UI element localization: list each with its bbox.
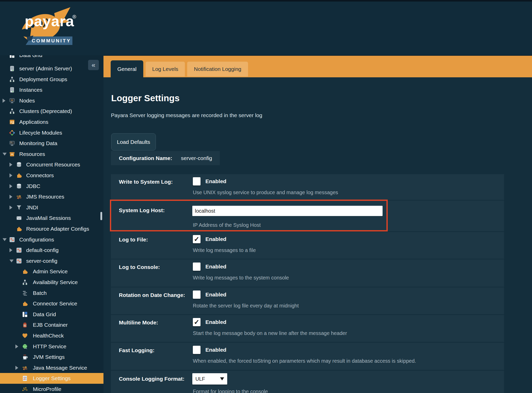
- sidebar-item-resource-adapter-configs[interactable]: Resource Adapter Configs: [0, 223, 103, 234]
- tree-expand-arrow-icon[interactable]: [15, 366, 18, 370]
- enabled-label: Enabled: [205, 178, 226, 184]
- sidebar-item-http-service[interactable]: HTTP Service: [0, 341, 103, 352]
- sidebar-item-lifecycle-modules[interactable]: Lifecycle Modules: [0, 127, 103, 138]
- tree-collapse-arrow-icon[interactable]: [3, 238, 7, 241]
- cluster-icon: [22, 279, 28, 285]
- console-logging-format-select[interactable]: ULF: [192, 373, 227, 385]
- enabled-label: Enabled: [205, 292, 226, 298]
- enabled-label: Enabled: [205, 236, 226, 242]
- checkbox-group: ✓Enabled: [193, 318, 226, 326]
- sidebar-item-jms-resources[interactable]: JMS Resources: [0, 191, 103, 202]
- sidebar-item-label: default-config: [26, 247, 59, 253]
- sidebar-item-label: Deployment Groups: [19, 76, 67, 82]
- sidebar-item-healthcheck[interactable]: HealthCheck: [0, 330, 103, 341]
- checkbox-unchecked[interactable]: [193, 346, 201, 354]
- sidebar-item-configurations[interactable]: Configurations: [0, 234, 103, 245]
- sidebar-scrollbar-thumb[interactable]: [100, 212, 102, 220]
- apps-icon: [9, 119, 15, 125]
- sidebar-item-server-config[interactable]: server-config: [0, 256, 103, 266]
- sidebar-item-admin-service[interactable]: Admin Service: [0, 266, 103, 277]
- sidebar-item-label: Clusters (Deprecated): [19, 108, 72, 114]
- puzzle-icon: [22, 268, 28, 275]
- sidebar-item-batch[interactable]: Batch: [0, 288, 103, 298]
- tree-expand-arrow-icon[interactable]: [10, 195, 12, 199]
- sidebar-item-data-grid[interactable]: Data Grid: [0, 55, 103, 61]
- tab-log-levels[interactable]: Log Levels: [146, 62, 185, 77]
- sidebar-item-ejb-container[interactable]: JAREJB Container: [0, 320, 103, 330]
- sidebar-item-logger-settings[interactable]: Logger Settings: [0, 373, 103, 384]
- checkbox-unchecked[interactable]: [193, 177, 201, 185]
- tree-expand-arrow-icon[interactable]: [10, 205, 12, 210]
- checklist-icon: [22, 375, 28, 381]
- puzzle-icon: [22, 301, 28, 307]
- sidebar-item-jndi[interactable]: JNDI: [0, 202, 103, 213]
- tree-expand-arrow-icon[interactable]: [15, 344, 18, 349]
- tree-expand-arrow-icon[interactable]: [10, 173, 12, 177]
- tree-expand-arrow-icon[interactable]: [10, 248, 12, 252]
- sidebar-item-data-grid[interactable]: Data Grid: [0, 309, 103, 320]
- heart-icon: [22, 333, 28, 339]
- tab-general[interactable]: General: [111, 60, 143, 78]
- field-label: Log to Console:: [119, 264, 160, 270]
- sidebar-item-label: MicroProfile: [33, 386, 61, 392]
- checkbox-group: Enabled: [193, 177, 226, 185]
- sidebar-item-clusters-deprecated[interactable]: Clusters (Deprecated): [0, 106, 103, 117]
- sidebar-item-default-config[interactable]: default-config: [0, 245, 103, 256]
- navigation-tree: Data Gridserver (Admin Server)Deployment…: [0, 55, 103, 393]
- field-help-text: IP Address of the Syslog Host: [193, 222, 261, 228]
- data-grid-icon: [9, 55, 15, 58]
- sidebar-item-microprofile[interactable]: MicroProfile: [0, 384, 103, 393]
- form-row-write-to-system-log: Write to System Log:EnabledUse UNIX sysl…: [111, 174, 504, 200]
- sidebar-item-label: server-config: [26, 258, 57, 264]
- tree-expand-arrow-icon[interactable]: [10, 184, 12, 188]
- sidebar-item-label: Resource Adapter Configs: [26, 226, 89, 232]
- app-header: payara ® COMMUNITY: [0, 2, 532, 55]
- field-help-text: Write log messages to the system console: [193, 275, 289, 281]
- sidebar-item-jvm-settings[interactable]: JVM Settings: [0, 352, 103, 362]
- page-description: Payara Server logging messages are recor…: [111, 112, 262, 118]
- community-badge: COMMUNITY: [26, 36, 72, 45]
- sidebar-item-connector-service[interactable]: Connector Service: [0, 298, 103, 309]
- sidebar-item-label: HTTP Service: [33, 343, 66, 350]
- sliders-icon: [9, 237, 15, 243]
- sidebar-item-concurrent-resources[interactable]: Concurrent Resources: [0, 159, 103, 170]
- sidebar-item-applications[interactable]: Applications: [0, 117, 103, 127]
- sidebar-item-label: Resources: [19, 151, 45, 157]
- sidebar-item-jdbc[interactable]: JDBC: [0, 181, 103, 192]
- select-value: ULF: [195, 376, 220, 382]
- sidebar-item-nodes[interactable]: Nodes: [0, 95, 103, 106]
- sidebar-item-availability-service[interactable]: Availability Service: [0, 277, 103, 288]
- sidebar-item-label: server (Admin Server): [19, 66, 72, 72]
- load-defaults-button[interactable]: Load Defaults: [111, 133, 156, 151]
- checkbox-unchecked[interactable]: [193, 291, 201, 299]
- sidebar-item-javamail-sessions[interactable]: JavaMail Sessions: [0, 213, 103, 223]
- checkbox-unchecked[interactable]: [193, 263, 201, 271]
- arrows-icon: [16, 194, 22, 200]
- sidebar-collapse-button[interactable]: «: [88, 60, 99, 70]
- tree-expand-arrow-icon[interactable]: [10, 163, 12, 167]
- sidebar-item-monitoring-data[interactable]: Monitoring Data: [0, 138, 103, 149]
- sidebar-item-deployment-groups[interactable]: Deployment Groups: [0, 74, 103, 85]
- monitoring-icon: [9, 140, 15, 146]
- tree-collapse-arrow-icon[interactable]: [3, 153, 7, 155]
- tree-collapse-arrow-icon[interactable]: [10, 259, 14, 262]
- sidebar-item-java-message-service[interactable]: Java Message Service: [0, 362, 103, 373]
- tab-notification-logging[interactable]: Notification Logging: [187, 62, 248, 77]
- data-grid-icon: [22, 311, 28, 317]
- sliders-icon: [16, 247, 22, 253]
- field-help-text: Start the log message body on a new line…: [193, 330, 347, 336]
- field-label: Rotation on Date Change:: [119, 292, 185, 298]
- registered-mark: ®: [72, 14, 76, 20]
- sidebar-item-instances[interactable]: Instances: [0, 85, 103, 95]
- form-row-multiline-mode: Multiline Mode:✓EnabledStart the log mes…: [111, 315, 504, 342]
- tree-expand-arrow-icon[interactable]: [3, 99, 5, 103]
- checkbox-checked[interactable]: ✓: [193, 318, 201, 326]
- system-log-host-input[interactable]: [192, 206, 383, 216]
- sidebar-item-label: Batch: [33, 290, 47, 296]
- sidebar-item-connectors[interactable]: Connectors: [0, 170, 103, 181]
- checkbox-checked[interactable]: ✓: [193, 235, 201, 243]
- sidebar-item-label: JDBC: [26, 183, 40, 189]
- sidebar-item-label: Monitoring Data: [19, 140, 57, 146]
- sidebar-item-resources[interactable]: Resources: [0, 149, 103, 160]
- lifecycle-icon: [9, 130, 15, 136]
